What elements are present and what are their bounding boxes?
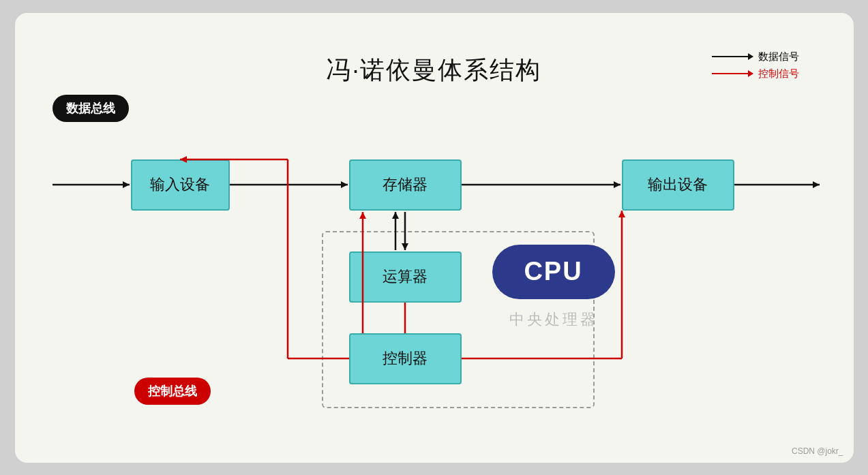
svg-marker-20	[618, 211, 625, 217]
control-signal-label: 控制信号	[758, 67, 799, 80]
cpu-badge: CPU	[492, 245, 615, 299]
legend-control-signal: 控制信号	[712, 67, 799, 80]
data-signal-line-icon	[712, 56, 753, 57]
diagram-container: 冯·诺依曼体系结构 数据信号 控制信号 数据总线 控制总线 输入设备 存储器 输…	[15, 13, 854, 463]
output-device-box: 输出设备	[622, 159, 734, 211]
svg-marker-3	[341, 181, 348, 188]
diagram-title: 冯·诺依曼体系结构	[326, 54, 541, 87]
input-device-box: 输入设备	[131, 159, 230, 211]
svg-marker-1	[123, 181, 130, 188]
legend: 数据信号 控制信号	[712, 50, 799, 80]
svg-marker-17	[359, 212, 366, 219]
svg-marker-11	[392, 212, 399, 219]
svg-marker-7	[813, 181, 820, 188]
memory-box: 存储器	[349, 159, 462, 211]
control-signal-line-icon	[712, 73, 753, 74]
data-signal-label: 数据信号	[758, 50, 799, 63]
cpu-subtitle: 中央处理器	[492, 309, 615, 330]
control-bus-badge: 控制总线	[134, 378, 211, 405]
legend-data-signal: 数据信号	[712, 50, 799, 63]
svg-marker-5	[614, 181, 620, 188]
data-bus-badge: 数据总线	[53, 95, 129, 122]
watermark: CSDN @jokr_	[792, 446, 843, 456]
